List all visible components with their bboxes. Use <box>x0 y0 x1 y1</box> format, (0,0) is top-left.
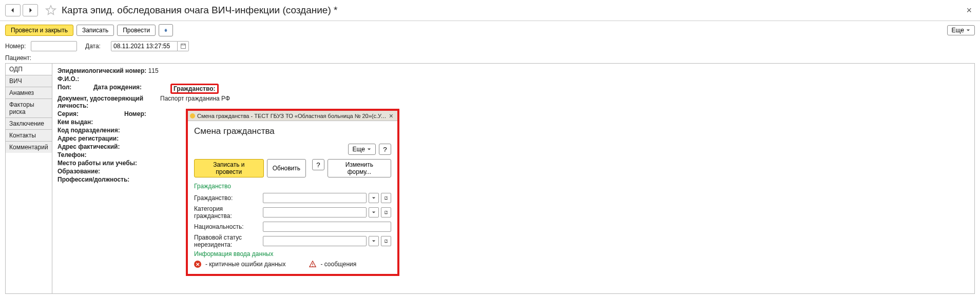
nav-back-button[interactable] <box>5 4 21 16</box>
sex-label: Пол: <box>57 84 71 91</box>
legend-message-text: - сообщения <box>320 261 356 268</box>
epid-label: Эпидемиологический номер: <box>57 67 146 74</box>
printer-icon <box>164 27 167 34</box>
id-doc-value: Паспорт гражданина РФ <box>160 95 230 109</box>
tab-risk-factors[interactable]: Факторы риска <box>6 99 52 118</box>
app-dot-icon <box>190 113 195 118</box>
citizenship-modal: Смена гражданства - ТЕСТ ГБУЗ ТО «Област… <box>186 109 399 276</box>
print-button[interactable] <box>159 24 173 36</box>
field-citizenship-label: Гражданство: <box>194 194 261 202</box>
date-label: Дата: <box>85 43 108 50</box>
work-label: Место работы или учебы: <box>57 160 137 167</box>
modal-section-info: Информация ввода данных <box>194 250 391 258</box>
fact-addr-label: Адрес фактический: <box>57 143 120 150</box>
number-label: Номер: <box>5 43 28 50</box>
message-icon <box>309 261 316 268</box>
modal-more-label: Еще <box>353 146 365 153</box>
modal-section-citizenship: Гражданство <box>194 183 391 190</box>
arrow-right-icon <box>27 7 33 13</box>
favorite-star-icon[interactable] <box>45 5 56 16</box>
series-label: Серия: <box>57 110 79 117</box>
issued-by-label: Кем выдан: <box>57 118 93 126</box>
field-nonres-open[interactable] <box>381 236 391 246</box>
modal-titlebar[interactable]: Смена гражданства - ТЕСТ ГБУЗ ТО «Област… <box>188 111 397 121</box>
fio-label: Ф.И.О.: <box>57 75 79 83</box>
main-more-label: Еще <box>952 27 964 34</box>
content-panel: Эпидемиологический номер: 115 Ф.И.О.: По… <box>52 63 975 294</box>
field-citizenship-open[interactable] <box>381 193 391 203</box>
calendar-icon <box>180 43 186 49</box>
date-picker-button[interactable] <box>178 41 189 51</box>
reg-addr-label: Адрес регистрации: <box>57 135 119 142</box>
field-nationality-label: Национальность: <box>194 223 261 230</box>
date-input[interactable] <box>111 41 178 51</box>
post-and-close-button[interactable]: Провести и закрыть <box>5 25 73 36</box>
save-button[interactable]: Записать <box>76 25 114 36</box>
close-page-button[interactable]: × <box>963 5 975 16</box>
field-category-input[interactable] <box>263 207 367 217</box>
tab-anamnez[interactable]: Анамнез <box>6 87 52 99</box>
error-icon: ✕ <box>194 261 201 268</box>
field-citizenship-dropdown[interactable] <box>369 193 379 203</box>
field-category-dropdown[interactable] <box>369 207 379 217</box>
modal-help-button[interactable]: ? <box>312 159 324 170</box>
phone-label: Телефон: <box>57 151 86 159</box>
modal-refresh-button[interactable]: Обновить <box>267 159 306 177</box>
modal-more-button[interactable]: Еще <box>348 144 376 155</box>
tab-conclusion[interactable]: Заключение <box>6 118 52 130</box>
chevron-down-icon <box>367 147 371 151</box>
arrow-left-icon <box>10 7 16 13</box>
page-title: Карта эпид. обследования очага ВИЧ-инфек… <box>62 5 337 16</box>
citizenship-label: Гражданство: <box>174 85 216 92</box>
main-more-button[interactable]: Еще <box>947 25 975 35</box>
dept-code-label: Код подразделения: <box>57 127 120 134</box>
chevron-down-icon <box>966 28 970 32</box>
field-nonres-label: Правовой статус нерезидента: <box>194 234 261 248</box>
number-input[interactable] <box>31 41 77 51</box>
edu-label: Образование: <box>57 168 100 175</box>
open-icon <box>384 210 388 214</box>
dob-label: Дата рождения: <box>93 84 142 91</box>
tab-vich[interactable]: ВИЧ <box>6 75 52 87</box>
open-icon <box>384 196 388 200</box>
doc-number-label: Номер: <box>124 110 146 117</box>
modal-close-button[interactable]: × <box>387 112 395 120</box>
modal-window-title: Смена гражданства - ТЕСТ ГБУЗ ТО «Област… <box>197 113 387 119</box>
modal-change-form-button[interactable]: Изменить форму... <box>328 159 391 177</box>
field-nonres-dropdown[interactable] <box>369 236 379 246</box>
id-doc-label: Документ, удостоверяющий личность: <box>57 95 143 109</box>
open-icon <box>384 239 388 243</box>
field-nationality-input[interactable] <box>263 222 391 232</box>
modal-help-button-top[interactable]: ? <box>379 144 391 155</box>
tab-contacts[interactable]: Контакты <box>6 130 52 142</box>
prof-label: Профессия/должность: <box>57 176 129 183</box>
field-category-label: Категория гражданства: <box>194 205 261 220</box>
side-tab-list: ОДП ВИЧ Анамнез Факторы риска Заключение… <box>5 63 52 294</box>
epid-value: 115 <box>148 67 159 74</box>
field-citizenship-input[interactable] <box>263 193 367 203</box>
modal-heading: Смена гражданства <box>194 126 391 136</box>
field-nonres-input[interactable] <box>263 236 367 246</box>
nav-forward-button[interactable] <box>23 4 38 16</box>
modal-save-post-button[interactable]: Записать и провести <box>194 159 264 177</box>
tab-odp[interactable]: ОДП <box>6 64 52 75</box>
tab-comment[interactable]: Комментарий <box>6 142 52 153</box>
legend-error-text: - критичные ошибки данных <box>205 261 285 268</box>
field-category-open[interactable] <box>381 207 391 217</box>
post-button[interactable]: Провести <box>117 25 156 36</box>
patient-label: Пациент: <box>5 54 31 62</box>
